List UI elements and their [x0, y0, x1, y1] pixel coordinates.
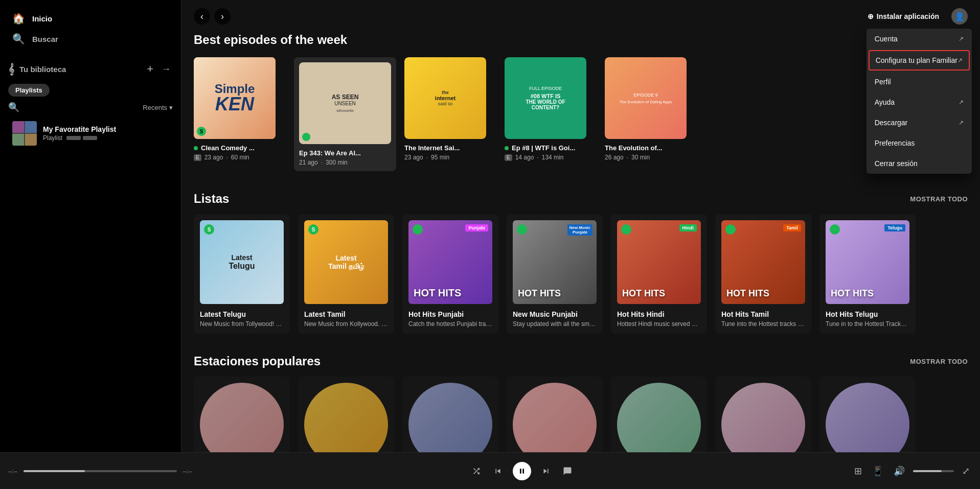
volume-icon[interactable]: 🔊: [892, 463, 907, 479]
main-progress-track[interactable]: [24, 470, 177, 472]
lyrics-icon: [563, 467, 572, 476]
forward-button[interactable]: ›: [214, 8, 231, 25]
thumb-ken: Simple KEN S: [194, 57, 276, 139]
episode-card[interactable]: FULL EPISODE #08 WTF IS THE WORLD OF CON…: [505, 57, 597, 171]
playlist-card[interactable]: Telugu HOT HITS Hot Hits Telugu Tune in …: [819, 214, 916, 334]
episode-date: 26 ago: [605, 154, 624, 161]
external-link-icon: ↗: [959, 119, 964, 126]
playlist-card[interactable]: S Latest Telugu Latest Telugu New Music …: [194, 214, 290, 334]
playlist-subtitle: Playlist: [43, 134, 116, 142]
recents-label: Recents: [143, 104, 167, 111]
home-icon: 🏠: [12, 13, 25, 24]
dropdown-item-descargar[interactable]: Descargar ↗: [867, 112, 972, 133]
playlist-item[interactable]: My Favoratite Playlist Playlist: [4, 117, 177, 150]
search-library-icon[interactable]: 🔍: [8, 102, 19, 113]
station-card[interactable]: Yo Yo Honey Singh: [819, 377, 916, 452]
queue-button[interactable]: ⊞: [852, 463, 864, 479]
episode-title-text: Clean Comedy ...: [201, 144, 255, 152]
content-area: Best episodes of the week Simple KEN S: [181, 33, 980, 452]
sidebar-library: 𝄞 Tu biblioteca + → Playlists 🔍 Recents …: [0, 53, 181, 452]
station-card[interactable]: Pritam: [715, 377, 811, 452]
play-pause-button[interactable]: [513, 462, 531, 480]
dropdown-item-ayuda[interactable]: Ayuda ↗: [867, 92, 972, 112]
stations-grid: Arijit Singh Sidhu Moose Wala AP Dhillon…: [194, 377, 968, 452]
playlist-card-title: Hot Hits Punjabi: [408, 310, 492, 318]
back-button[interactable]: ‹: [194, 8, 210, 25]
thumb-cell: [25, 121, 37, 133]
install-app-button[interactable]: ⊕ Instalar aplicación: [861, 9, 945, 24]
station-thumb: [617, 383, 701, 452]
sidebar-item-buscar[interactable]: 🔍 Buscar: [6, 29, 175, 49]
station-card[interactable]: Jubin Nautiyal: [611, 377, 707, 452]
playlist-card[interactable]: Tamil HOT HITS Hot Hits Tamil Tune into …: [715, 214, 811, 334]
user-avatar[interactable]: 👤: [951, 8, 968, 25]
episode-duration: 60 min: [231, 154, 249, 161]
episode-card[interactable]: EPISODE 9 The Evolution of Dating Apps T…: [605, 57, 697, 171]
playlist-card-title: Latest Telugu: [200, 310, 284, 318]
add-library-button[interactable]: +: [145, 60, 155, 78]
playlists-tag[interactable]: Playlists: [8, 84, 50, 97]
playlist-card[interactable]: S Latest Tamil தமிழ் Latest Tamil New Mu…: [298, 214, 394, 334]
recents-chevron: ▾: [169, 104, 173, 111]
dropdown-item-preferencias[interactable]: Preferencias: [867, 133, 972, 153]
dropdown-item-label: Perfil: [875, 78, 891, 86]
next-icon: [541, 467, 551, 476]
dropdown-item-cuenta[interactable]: Cuenta ↗: [867, 29, 972, 49]
next-button[interactable]: [539, 464, 553, 478]
playlist-card-thumb: S Latest Tamil தமிழ்: [304, 220, 388, 304]
playlist-info: My Favoratite Playlist Playlist: [43, 125, 116, 142]
estaciones-title: Estaciones populares: [194, 354, 321, 368]
sidebar-item-label: Inicio: [32, 14, 52, 23]
library-icon: 𝄞: [8, 63, 14, 75]
playlist-card-title: Latest Tamil: [304, 310, 388, 318]
sidebar-item-inicio[interactable]: 🏠 Inicio: [6, 8, 175, 29]
episode-thumbnail: AS SEEN UNSEEN silhouette: [299, 62, 391, 144]
listas-show-all[interactable]: Mostrar todo: [910, 195, 968, 203]
dropdown-item-familiar[interactable]: Configura tu plan Familiar ↗: [869, 50, 970, 71]
previous-button[interactable]: [491, 464, 505, 478]
station-card[interactable]: KK: [507, 377, 603, 452]
top-bar: ‹ › ⊕ Instalar aplicación 👤: [181, 0, 980, 33]
station-card[interactable]: AP Dhillon: [402, 377, 498, 452]
devices-button[interactable]: 📱: [870, 463, 885, 479]
sidebar-item-label: Buscar: [32, 35, 58, 43]
fullscreen-button[interactable]: ⤢: [960, 463, 972, 479]
shuffle-button[interactable]: [470, 464, 483, 478]
station-thumb: [200, 383, 284, 452]
lyrics-button[interactable]: [561, 464, 574, 478]
playlist-card-desc: Tune into the Hottest tracks of Kollywoo…: [721, 320, 805, 328]
station-card[interactable]: Arijit Singh: [194, 377, 290, 452]
library-title[interactable]: 𝄞 Tu biblioteca: [8, 63, 66, 75]
episode-date: 23 ago: [204, 154, 223, 161]
episode-badge: E: [505, 154, 512, 161]
playlist-card-thumb: Telugu HOT HITS: [826, 220, 909, 304]
player-time-left: --:--: [8, 468, 17, 474]
playlist-card-title: New Music Punjabi: [513, 310, 597, 318]
thumb-wtf: FULL EPISODE #08 WTF IS THE WORLD OF CON…: [505, 57, 586, 139]
episode-card[interactable]: Simple KEN S Clean Comedy ...: [194, 57, 286, 171]
episode-card-active[interactable]: AS SEEN UNSEEN silhouette Ep 343: We Are…: [294, 57, 396, 171]
dropdown-menu: Cuenta ↗ Configura tu plan Familiar ↗ Pe…: [867, 29, 972, 174]
playlist-card[interactable]: Punjabi HOT HITS Hot Hits Punjabi Catch …: [402, 214, 498, 334]
volume-bar[interactable]: [913, 470, 954, 472]
episode-badge: E: [194, 154, 201, 161]
playlist-card-thumb: New MusicPunjabi HOT HITS: [513, 220, 597, 304]
playlist-card-desc: New Music from Kollywood. Cover :...: [304, 320, 388, 328]
playlist-card[interactable]: New MusicPunjabi HOT HITS New Music Punj…: [507, 214, 603, 334]
sidebar: 🏠 Inicio 🔍 Buscar 𝄞 Tu biblioteca + →: [0, 0, 181, 452]
external-link-icon: ↗: [959, 35, 964, 42]
main-content: ‹ › ⊕ Instalar aplicación 👤 Best episode…: [181, 0, 980, 452]
estaciones-show-all[interactable]: Mostrar todo: [910, 358, 968, 365]
episode-thumbnail: the internet said so: [404, 57, 486, 139]
dropdown-item-cerrar[interactable]: Cerrar sesión: [867, 153, 972, 174]
playlist-title: My Favoratite Playlist: [43, 125, 116, 133]
recents-sort[interactable]: Recents ▾: [143, 104, 173, 111]
station-card[interactable]: Sidhu Moose Wala: [298, 377, 394, 452]
arrow-library-button[interactable]: →: [159, 62, 173, 77]
episode-title-text: The Internet Sai...: [404, 144, 460, 152]
dropdown-item-perfil[interactable]: Perfil: [867, 72, 972, 92]
playlist-card[interactable]: Hindi HOT HITS Hot Hits Hindi Hottest Hi…: [611, 214, 707, 334]
playlist-card-thumb: Punjabi HOT HITS: [408, 220, 492, 304]
episode-duration: 95 min: [431, 154, 449, 161]
episode-card[interactable]: the internet said so The Internet Sai...…: [404, 57, 496, 171]
